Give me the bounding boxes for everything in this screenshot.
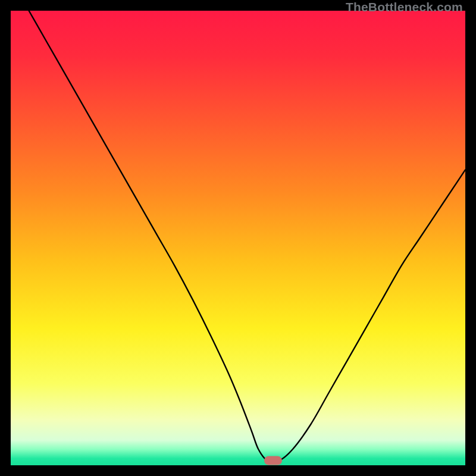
watermark-text: TheBottleneck.com	[346, 0, 463, 14]
chart-frame: TheBottleneck.com	[0, 0, 476, 476]
bottleneck-curve	[11, 11, 465, 465]
plot-area	[11, 11, 465, 465]
optimal-marker	[264, 456, 282, 465]
